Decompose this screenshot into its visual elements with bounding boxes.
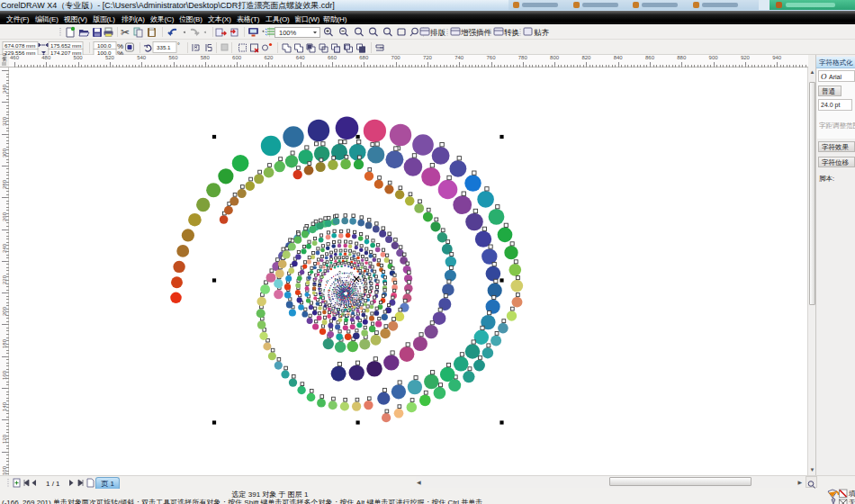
svg-text:✂: ✂	[121, 26, 130, 39]
svg-text:贴齐: 贴齐	[534, 28, 550, 37]
svg-text:排版: 排版	[430, 28, 446, 37]
svg-text:335.1: 335.1	[157, 44, 171, 50]
svg-text:175.652 mm: 175.652 mm	[50, 42, 81, 49]
svg-text:增强插件: 增强插件	[460, 28, 492, 37]
svg-text:转换: 转换	[504, 28, 519, 37]
svg-text:674.078 mm: 674.078 mm	[4, 42, 35, 49]
svg-text:100%: 100%	[279, 29, 297, 37]
svg-text:1 / 1: 1 / 1	[46, 480, 60, 488]
svg-text:°: °	[177, 42, 180, 49]
svg-text:100.0: 100.0	[97, 42, 112, 49]
